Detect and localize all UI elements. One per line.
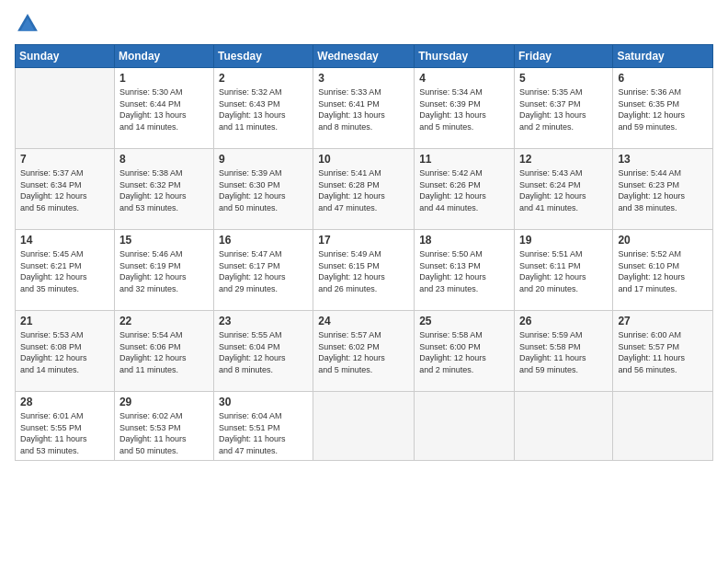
calendar-cell: 26Sunrise: 5:59 AM Sunset: 5:58 PM Dayli… bbox=[514, 311, 612, 392]
day-header-wednesday: Wednesday bbox=[313, 45, 415, 68]
day-info: Sunrise: 5:30 AM Sunset: 6:44 PM Dayligh… bbox=[119, 86, 209, 132]
calendar-cell: 11Sunrise: 5:42 AM Sunset: 6:26 PM Dayli… bbox=[415, 149, 515, 230]
calendar-cell: 30Sunrise: 6:04 AM Sunset: 5:51 PM Dayli… bbox=[214, 392, 313, 461]
day-info: Sunrise: 5:57 AM Sunset: 6:02 PM Dayligh… bbox=[318, 329, 409, 375]
day-number: 14 bbox=[20, 234, 109, 247]
day-info: Sunrise: 6:02 AM Sunset: 5:53 PM Dayligh… bbox=[119, 410, 209, 456]
calendar-cell: 2Sunrise: 5:32 AM Sunset: 6:43 PM Daylig… bbox=[214, 68, 313, 149]
calendar-cell: 23Sunrise: 5:55 AM Sunset: 6:04 PM Dayli… bbox=[214, 311, 313, 392]
day-number: 19 bbox=[519, 234, 608, 247]
day-number: 26 bbox=[519, 315, 608, 327]
calendar-cell: 9Sunrise: 5:39 AM Sunset: 6:30 PM Daylig… bbox=[214, 149, 313, 230]
calendar-cell: 21Sunrise: 5:53 AM Sunset: 6:08 PM Dayli… bbox=[16, 311, 115, 392]
day-number: 8 bbox=[119, 153, 209, 166]
calendar-cell: 20Sunrise: 5:52 AM Sunset: 6:10 PM Dayli… bbox=[613, 230, 713, 311]
calendar-week-row: 14Sunrise: 5:45 AM Sunset: 6:21 PM Dayli… bbox=[16, 230, 713, 311]
day-info: Sunrise: 5:58 AM Sunset: 6:00 PM Dayligh… bbox=[419, 329, 509, 375]
calendar-week-row: 21Sunrise: 5:53 AM Sunset: 6:08 PM Dayli… bbox=[16, 311, 713, 392]
day-info: Sunrise: 5:42 AM Sunset: 6:26 PM Dayligh… bbox=[419, 167, 509, 213]
logo bbox=[15, 11, 44, 37]
day-number: 22 bbox=[119, 315, 209, 327]
calendar-cell: 13Sunrise: 5:44 AM Sunset: 6:23 PM Dayli… bbox=[613, 149, 713, 230]
day-number: 29 bbox=[119, 396, 209, 408]
calendar-cell: 28Sunrise: 6:01 AM Sunset: 5:55 PM Dayli… bbox=[16, 392, 115, 461]
day-info: Sunrise: 5:47 AM Sunset: 6:17 PM Dayligh… bbox=[219, 248, 308, 294]
day-number: 17 bbox=[318, 234, 409, 247]
day-info: Sunrise: 5:50 AM Sunset: 6:13 PM Dayligh… bbox=[419, 248, 509, 294]
day-number: 15 bbox=[119, 234, 209, 247]
day-number: 4 bbox=[419, 72, 509, 85]
calendar-week-row: 7Sunrise: 5:37 AM Sunset: 6:34 PM Daylig… bbox=[16, 149, 713, 230]
day-header-friday: Friday bbox=[514, 45, 612, 68]
calendar-cell: 19Sunrise: 5:51 AM Sunset: 6:11 PM Dayli… bbox=[514, 230, 612, 311]
calendar-cell bbox=[415, 392, 515, 461]
day-number: 27 bbox=[618, 315, 708, 327]
calendar-cell bbox=[514, 392, 612, 461]
calendar-cell: 17Sunrise: 5:49 AM Sunset: 6:15 PM Dayli… bbox=[313, 230, 415, 311]
calendar-cell: 10Sunrise: 5:41 AM Sunset: 6:28 PM Dayli… bbox=[313, 149, 415, 230]
calendar-cell: 24Sunrise: 5:57 AM Sunset: 6:02 PM Dayli… bbox=[313, 311, 415, 392]
day-number: 5 bbox=[519, 72, 608, 85]
day-info: Sunrise: 6:01 AM Sunset: 5:55 PM Dayligh… bbox=[20, 410, 109, 456]
day-number: 7 bbox=[20, 153, 109, 166]
day-number: 2 bbox=[219, 72, 308, 85]
calendar-cell: 14Sunrise: 5:45 AM Sunset: 6:21 PM Dayli… bbox=[16, 230, 115, 311]
day-number: 28 bbox=[20, 396, 109, 408]
calendar-cell: 5Sunrise: 5:35 AM Sunset: 6:37 PM Daylig… bbox=[514, 68, 612, 149]
calendar-cell: 1Sunrise: 5:30 AM Sunset: 6:44 PM Daylig… bbox=[114, 68, 213, 149]
calendar-cell: 6Sunrise: 5:36 AM Sunset: 6:35 PM Daylig… bbox=[613, 68, 713, 149]
day-header-sunday: Sunday bbox=[16, 45, 115, 68]
calendar-cell: 25Sunrise: 5:58 AM Sunset: 6:00 PM Dayli… bbox=[415, 311, 515, 392]
day-info: Sunrise: 5:46 AM Sunset: 6:19 PM Dayligh… bbox=[119, 248, 209, 294]
day-number: 30 bbox=[219, 396, 308, 408]
day-number: 20 bbox=[618, 234, 708, 247]
day-header-tuesday: Tuesday bbox=[214, 45, 313, 68]
day-number: 24 bbox=[318, 315, 409, 327]
calendar-cell bbox=[613, 392, 713, 461]
day-info: Sunrise: 5:55 AM Sunset: 6:04 PM Dayligh… bbox=[219, 329, 308, 375]
calendar-cell: 16Sunrise: 5:47 AM Sunset: 6:17 PM Dayli… bbox=[214, 230, 313, 311]
day-info: Sunrise: 5:33 AM Sunset: 6:41 PM Dayligh… bbox=[318, 86, 409, 132]
header bbox=[15, 11, 713, 37]
day-info: Sunrise: 5:34 AM Sunset: 6:39 PM Dayligh… bbox=[419, 86, 509, 132]
calendar-week-row: 28Sunrise: 6:01 AM Sunset: 5:55 PM Dayli… bbox=[16, 392, 713, 461]
day-number: 18 bbox=[419, 234, 509, 247]
day-header-monday: Monday bbox=[114, 45, 213, 68]
day-info: Sunrise: 5:43 AM Sunset: 6:24 PM Dayligh… bbox=[519, 167, 608, 213]
day-info: Sunrise: 5:54 AM Sunset: 6:06 PM Dayligh… bbox=[119, 329, 209, 375]
calendar-cell bbox=[16, 68, 115, 149]
day-number: 9 bbox=[219, 153, 308, 166]
day-info: Sunrise: 5:38 AM Sunset: 6:32 PM Dayligh… bbox=[119, 167, 209, 213]
day-number: 21 bbox=[20, 315, 109, 327]
calendar-cell: 3Sunrise: 5:33 AM Sunset: 6:41 PM Daylig… bbox=[313, 68, 415, 149]
calendar-cell bbox=[313, 392, 415, 461]
calendar-cell: 29Sunrise: 6:02 AM Sunset: 5:53 PM Dayli… bbox=[114, 392, 213, 461]
calendar-table: SundayMondayTuesdayWednesdayThursdayFrid… bbox=[15, 44, 713, 461]
calendar-cell: 18Sunrise: 5:50 AM Sunset: 6:13 PM Dayli… bbox=[415, 230, 515, 311]
day-number: 6 bbox=[618, 72, 708, 85]
logo-icon bbox=[15, 11, 40, 37]
day-info: Sunrise: 5:41 AM Sunset: 6:28 PM Dayligh… bbox=[318, 167, 409, 213]
day-info: Sunrise: 5:52 AM Sunset: 6:10 PM Dayligh… bbox=[618, 248, 708, 294]
page: SundayMondayTuesdayWednesdayThursdayFrid… bbox=[0, 0, 728, 563]
day-info: Sunrise: 5:53 AM Sunset: 6:08 PM Dayligh… bbox=[20, 329, 109, 375]
day-info: Sunrise: 5:35 AM Sunset: 6:37 PM Dayligh… bbox=[519, 86, 608, 132]
day-info: Sunrise: 5:37 AM Sunset: 6:34 PM Dayligh… bbox=[20, 167, 109, 213]
day-info: Sunrise: 5:49 AM Sunset: 6:15 PM Dayligh… bbox=[318, 248, 409, 294]
calendar-cell: 8Sunrise: 5:38 AM Sunset: 6:32 PM Daylig… bbox=[114, 149, 213, 230]
day-number: 23 bbox=[219, 315, 308, 327]
day-info: Sunrise: 6:04 AM Sunset: 5:51 PM Dayligh… bbox=[219, 410, 308, 456]
day-info: Sunrise: 5:59 AM Sunset: 5:58 PM Dayligh… bbox=[519, 329, 608, 375]
day-number: 10 bbox=[318, 153, 409, 166]
day-header-saturday: Saturday bbox=[613, 45, 713, 68]
day-info: Sunrise: 5:32 AM Sunset: 6:43 PM Dayligh… bbox=[219, 86, 308, 132]
day-info: Sunrise: 5:39 AM Sunset: 6:30 PM Dayligh… bbox=[219, 167, 308, 213]
day-number: 16 bbox=[219, 234, 308, 247]
calendar-cell: 12Sunrise: 5:43 AM Sunset: 6:24 PM Dayli… bbox=[514, 149, 612, 230]
calendar-cell: 22Sunrise: 5:54 AM Sunset: 6:06 PM Dayli… bbox=[114, 311, 213, 392]
day-info: Sunrise: 5:51 AM Sunset: 6:11 PM Dayligh… bbox=[519, 248, 608, 294]
day-info: Sunrise: 5:44 AM Sunset: 6:23 PM Dayligh… bbox=[618, 167, 708, 213]
calendar-header-row: SundayMondayTuesdayWednesdayThursdayFrid… bbox=[16, 45, 713, 68]
day-header-thursday: Thursday bbox=[415, 45, 515, 68]
calendar-cell: 15Sunrise: 5:46 AM Sunset: 6:19 PM Dayli… bbox=[114, 230, 213, 311]
